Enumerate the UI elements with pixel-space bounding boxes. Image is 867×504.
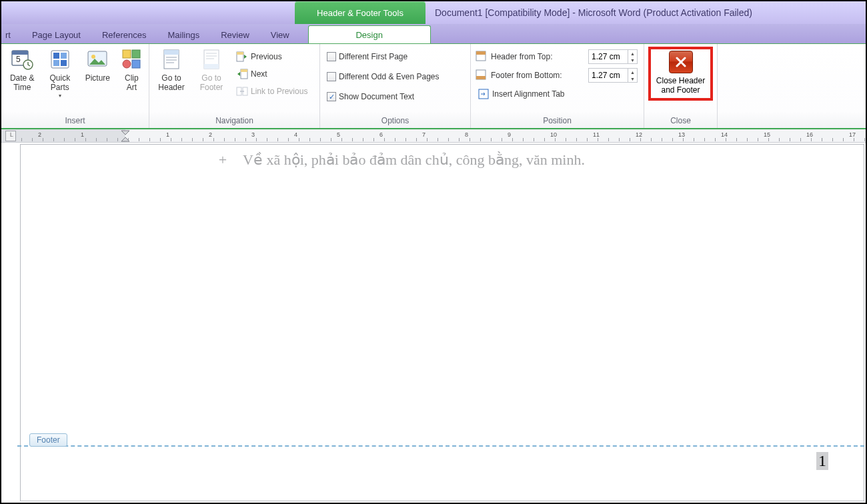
svg-point-10	[91, 55, 95, 59]
goto-footer-label: Go to Footer	[195, 73, 228, 93]
calendar-clock-icon: 5	[11, 48, 33, 71]
horizontal-ruler[interactable]: └ 211234567891011121314151617	[1, 129, 866, 143]
svg-point-13	[123, 60, 131, 68]
tab-view[interactable]: View	[260, 26, 300, 43]
ruler-number: 6	[379, 131, 383, 138]
alignment-tab-icon	[478, 88, 490, 100]
document-canvas[interactable]: + Về xã hội, phải bảo đảm dân chủ, công …	[20, 144, 864, 501]
quick-parts-button[interactable]: Quick Parts ▾	[43, 47, 77, 99]
goto-footer-icon	[200, 48, 223, 71]
insert-alignment-tab-label: Insert Alignment Tab	[492, 89, 565, 99]
ribbon-tabstrip: rt Page Layout References Mailings Revie…	[1, 24, 866, 44]
previous-icon	[236, 51, 248, 63]
checkbox-unchecked-icon	[327, 72, 336, 81]
clip-art-icon	[120, 48, 143, 71]
goto-header-label: Go to Header	[155, 73, 188, 93]
svg-rect-26	[476, 51, 486, 55]
ruler-number: 8	[465, 131, 468, 138]
close-header-footer-button[interactable]: Close Header and Footer	[648, 47, 713, 101]
svg-rect-8	[61, 60, 67, 66]
next-icon	[236, 68, 248, 80]
tab-design[interactable]: Design	[308, 25, 431, 43]
header-top-icon	[475, 50, 487, 64]
title-bar: Header & Footer Tools Document1 [Compati…	[1, 1, 866, 24]
body-text-dimmed: + Về xã hội, phải bảo đảm dân chủ, công …	[214, 151, 585, 169]
show-document-text-checkbox[interactable]: ✓ Show Document Text	[324, 88, 442, 105]
ruler-number: 4	[294, 131, 297, 138]
contextual-tool-title: Header & Footer Tools	[295, 1, 425, 24]
next-label: Next	[251, 69, 267, 79]
ruler-number: 11	[593, 131, 600, 138]
footer-from-bottom-label: Footer from Bottom:	[491, 71, 584, 80]
group-navigation: Go to Header Go to Footer Previous	[149, 44, 320, 128]
different-odd-even-checkbox[interactable]: Different Odd & Even Pages	[324, 68, 442, 85]
svg-rect-14	[132, 60, 140, 68]
header-from-top-label: Header from Top:	[491, 52, 584, 61]
ruler-number: 7	[422, 131, 425, 138]
body-text-content: Về xã hội, phải bảo đảm dân chủ, công bằ…	[243, 151, 585, 168]
page-number-field[interactable]: 1	[816, 452, 828, 470]
link-to-previous-label: Link to Previous	[251, 87, 307, 96]
group-close-label: Close	[644, 115, 717, 128]
checkbox-unchecked-icon	[327, 52, 336, 61]
svg-rect-7	[53, 60, 59, 66]
group-position-label: Position	[471, 115, 644, 128]
footer-boundary-line	[17, 445, 864, 447]
picture-button[interactable]: Picture	[81, 47, 115, 83]
footer-from-bottom-row: Footer from Bottom: ▲▼	[475, 67, 638, 84]
footer-from-bottom-spinner[interactable]: ▲▼	[588, 68, 638, 83]
clip-art-button[interactable]: Clip Art	[119, 47, 145, 93]
goto-header-button[interactable]: Go to Header	[153, 47, 189, 93]
checkbox-checked-icon: ✓	[327, 92, 336, 101]
tab-page-layout[interactable]: Page Layout	[21, 26, 91, 43]
spinner-up-icon[interactable]: ▲	[628, 69, 637, 75]
bullet-icon: +	[214, 151, 231, 169]
previous-button[interactable]: Previous	[233, 48, 310, 65]
group-position: Header from Top: ▲▼ Footer from Bottom: …	[471, 44, 644, 128]
picture-label: Picture	[85, 73, 110, 83]
next-button[interactable]: Next	[233, 65, 310, 83]
link-to-previous-button: Link to Previous	[233, 83, 310, 100]
group-insert: 5 Date & Time Quick Parts ▾ Picture	[1, 44, 149, 128]
date-time-button[interactable]: 5 Date & Time	[5, 47, 39, 93]
tab-references[interactable]: References	[91, 26, 157, 43]
different-first-page-checkbox[interactable]: Different First Page	[324, 48, 442, 65]
quick-parts-icon	[49, 48, 71, 71]
spinner-up-icon[interactable]: ▲	[628, 50, 637, 57]
goto-footer-button: Go to Footer	[193, 47, 229, 93]
date-time-label: Date & Time	[7, 73, 38, 93]
different-odd-even-label: Different Odd & Even Pages	[339, 72, 440, 81]
ribbon: 5 Date & Time Quick Parts ▾ Picture	[1, 44, 866, 129]
footer-bottom-icon	[475, 69, 487, 83]
group-navigation-label: Navigation	[149, 115, 319, 128]
link-icon	[236, 85, 248, 97]
ruler-number: 3	[251, 131, 255, 138]
ruler-number: 1	[166, 131, 169, 138]
spinner-down-icon[interactable]: ▼	[628, 57, 637, 63]
tab-insert-cut[interactable]: rt	[1, 26, 21, 43]
ruler-number: 1	[81, 131, 84, 138]
tab-review[interactable]: Review	[210, 26, 260, 43]
insert-alignment-tab-button[interactable]: Insert Alignment Tab	[475, 85, 638, 103]
ruler-number: 12	[636, 131, 642, 138]
footer-label-tab[interactable]: Footer	[29, 433, 67, 447]
ruler-number: 14	[721, 131, 728, 138]
indent-markers[interactable]	[120, 129, 133, 143]
close-header-footer-label: Close Header and Footer	[654, 76, 708, 95]
ruler-number: 2	[209, 131, 212, 138]
tab-mailings[interactable]: Mailings	[157, 26, 210, 43]
svg-rect-22	[241, 69, 247, 72]
header-from-top-value[interactable]	[589, 52, 628, 61]
svg-rect-28	[476, 76, 486, 79]
svg-rect-16	[164, 50, 179, 55]
quick-parts-label: Quick Parts	[45, 73, 76, 93]
ruler-number: 10	[550, 131, 557, 138]
footer-from-bottom-value[interactable]	[589, 71, 628, 80]
svg-rect-6	[61, 53, 67, 59]
header-from-top-spinner[interactable]: ▲▼	[588, 49, 638, 64]
tab-selector[interactable]: └	[5, 131, 16, 141]
svg-rect-12	[132, 50, 140, 58]
spinner-down-icon[interactable]: ▼	[628, 75, 637, 82]
ruler-number: 13	[678, 131, 685, 138]
different-first-page-label: Different First Page	[339, 52, 407, 61]
